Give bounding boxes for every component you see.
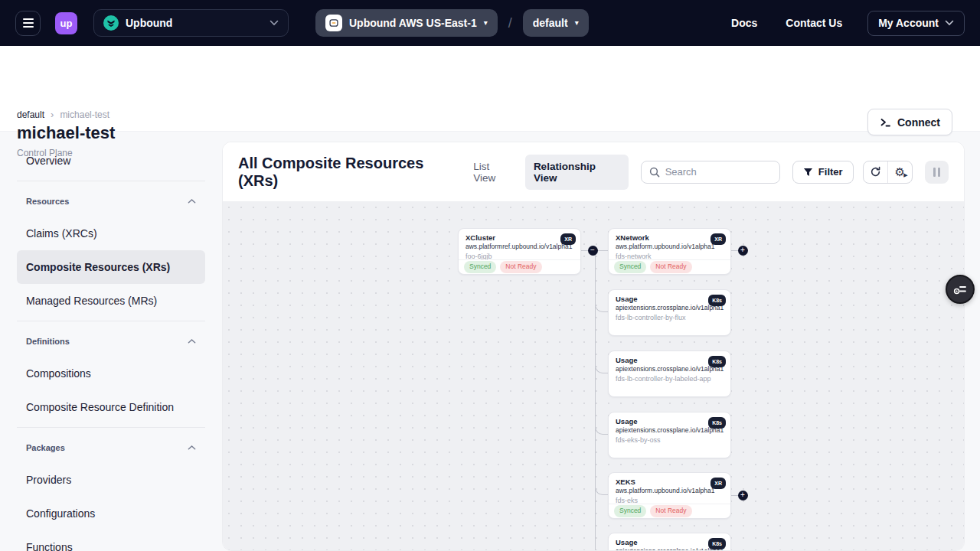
chevron-up-icon — [188, 445, 196, 451]
my-account-menu[interactable]: My Account — [867, 11, 965, 36]
node-title: XNetwork — [616, 234, 724, 243]
upbound-logo[interactable]: up — [55, 12, 77, 34]
control-plane-icon — [325, 15, 342, 31]
sidebar-section-resources[interactable]: Resources — [17, 186, 205, 217]
pause-button[interactable] — [925, 161, 949, 184]
list-view-tab[interactable]: List View — [465, 155, 522, 190]
node-kind-badge: XR — [560, 233, 576, 245]
sidebar-divider — [17, 181, 205, 181]
connect-button[interactable]: Connect — [867, 109, 952, 135]
breadcrumb-chevron-icon: › — [51, 109, 54, 120]
node-title: Usage — [616, 418, 724, 426]
node-kind-badge: XR — [710, 233, 726, 245]
main-title: All Composite Resources (XRs) — [238, 155, 465, 190]
node-status-row: Synced Not Ready — [609, 259, 730, 274]
node-kind-badge: K8s — [708, 295, 726, 306]
edge-line — [595, 486, 608, 495]
graph-node-usage[interactable]: Usage apiextensions.crossplane.io/v1alph… — [608, 289, 731, 336]
chevron-down-icon — [270, 20, 279, 26]
control-plane-selector[interactable]: Upbound AWS US-East-1 ▾ — [315, 9, 498, 37]
toolbar-controls: List View Relationship View Filter — [465, 155, 949, 190]
view-toggle: List View Relationship View — [465, 155, 628, 190]
group-selector[interactable]: default ▾ — [523, 9, 589, 37]
sidebar-item-managed-resources[interactable]: Managed Resources (MRs) — [17, 284, 205, 318]
top-navbar: up Upbound Upbound AWS US-East-1 ▾ / def… — [0, 0, 980, 46]
breadcrumb-group[interactable]: default — [17, 109, 44, 120]
node-status-row: Synced Not Ready — [459, 259, 580, 274]
section-label: Definitions — [26, 337, 70, 346]
refresh-button[interactable] — [864, 161, 887, 183]
legend-icon — [953, 282, 968, 297]
legend-toggle-button[interactable] — [946, 275, 975, 304]
node-kind-badge: K8s — [708, 356, 726, 367]
not-ready-badge: Not Ready — [650, 505, 691, 517]
search-input[interactable] — [665, 166, 772, 178]
collapse-node-button[interactable]: − — [588, 246, 598, 256]
search-icon — [649, 167, 660, 178]
sidebar-item-compositions[interactable]: Compositions — [17, 357, 205, 390]
graph-node-xcluster[interactable]: XCluster aws.platformref.upbound.io/v1al… — [458, 228, 581, 275]
relationship-view-tab[interactable]: Relationship View — [525, 155, 629, 190]
sidebar-item-configurations[interactable]: Configurations — [17, 497, 205, 530]
sidebar-item-composite-resource-definition[interactable]: Composite Resource Definition — [17, 390, 205, 424]
run-functions-button[interactable]: ⚙ ▶ — [887, 161, 911, 183]
sidebar-item-overview[interactable]: Overview — [17, 144, 205, 178]
node-api-version: apiextensions.crossplane.io/v1alpha1 — [616, 426, 724, 435]
synced-badge: Synced — [614, 261, 646, 272]
node-resource-name: fds-lb-controller-by-labeled-app — [616, 375, 724, 384]
sidebar-item-composite-resources[interactable]: Composite Resources (XRs) — [17, 250, 205, 284]
search-box — [641, 161, 780, 184]
node-title: XCluster — [466, 234, 573, 243]
sidebar: Overview Resources Claims (XRCs) Composi… — [0, 138, 222, 551]
sidebar-section-packages[interactable]: Packages — [17, 432, 205, 463]
node-kind-badge: K8s — [708, 417, 726, 429]
node-api-version: apiextensions.crossplane.io/v1alpha1 — [616, 547, 724, 551]
expand-node-button[interactable]: + — [738, 491, 748, 500]
graph-node-usage[interactable]: Usage apiextensions.crossplane.io/v1alph… — [608, 533, 731, 551]
chevron-up-icon — [188, 198, 196, 204]
section-label: Packages — [26, 443, 65, 452]
pause-icon — [933, 168, 936, 177]
expand-node-button[interactable]: + — [738, 246, 748, 256]
node-api-version: aws.platform.upbound.io/v1alpha1 — [616, 487, 724, 495]
my-account-label: My Account — [878, 17, 939, 29]
docs-link[interactable]: Docs — [731, 17, 757, 29]
edge-line — [595, 303, 608, 312]
chevron-up-icon — [188, 338, 196, 344]
sidebar-item-claims[interactable]: Claims (XRCs) — [17, 217, 205, 250]
not-ready-badge: Not Ready — [500, 261, 541, 272]
path-separator: / — [508, 15, 512, 31]
hamburger-icon — [23, 18, 34, 20]
node-api-version: aws.platformref.upbound.io/v1alpha1 — [466, 243, 573, 251]
node-title: XEKS — [616, 478, 724, 487]
play-icon: ▶ — [903, 172, 907, 178]
sidebar-item-functions[interactable]: Functions — [17, 530, 205, 551]
graph-node-usage[interactable]: Usage apiextensions.crossplane.io/v1alph… — [608, 412, 731, 458]
graph-action-group: ⚙ ▶ — [863, 161, 913, 184]
relationship-canvas[interactable]: − + + XCluster aws.platformref.upbound.i… — [223, 201, 964, 551]
sidebar-item-providers[interactable]: Providers — [17, 463, 205, 497]
org-selector[interactable]: Upbound — [93, 9, 289, 37]
synced-badge: Synced — [614, 505, 646, 517]
node-kind-badge: K8s — [708, 538, 726, 549]
sidebar-divider — [17, 427, 205, 428]
breadcrumb-control-plane: michael-test — [60, 109, 109, 120]
node-title: Usage — [616, 539, 724, 547]
graph-node-xeks[interactable]: XEKS aws.platform.upbound.io/v1alpha1 fd… — [608, 472, 731, 519]
not-ready-badge: Not Ready — [650, 261, 691, 272]
filter-button[interactable]: Filter — [792, 161, 854, 184]
node-status-row: Synced Not Ready — [609, 504, 730, 518]
edge-line — [595, 250, 596, 551]
edge-line — [595, 364, 608, 373]
contact-us-link[interactable]: Contact Us — [786, 17, 842, 29]
graph-node-usage[interactable]: Usage apiextensions.crossplane.io/v1alph… — [608, 350, 731, 397]
node-title: Usage — [616, 357, 724, 365]
chevron-down-icon — [945, 20, 954, 26]
funnel-icon — [803, 168, 813, 177]
main-toolbar: All Composite Resources (XRs) List View … — [223, 142, 964, 201]
node-kind-badge: XR — [710, 478, 726, 489]
graph-node-xnetwork[interactable]: XNetwork aws.platform.upbound.io/v1alpha… — [608, 228, 731, 275]
page-header: default › michael-test michael-test Cont… — [0, 46, 980, 132]
hamburger-menu-button[interactable] — [15, 11, 41, 36]
sidebar-section-definitions[interactable]: Definitions — [17, 326, 205, 357]
